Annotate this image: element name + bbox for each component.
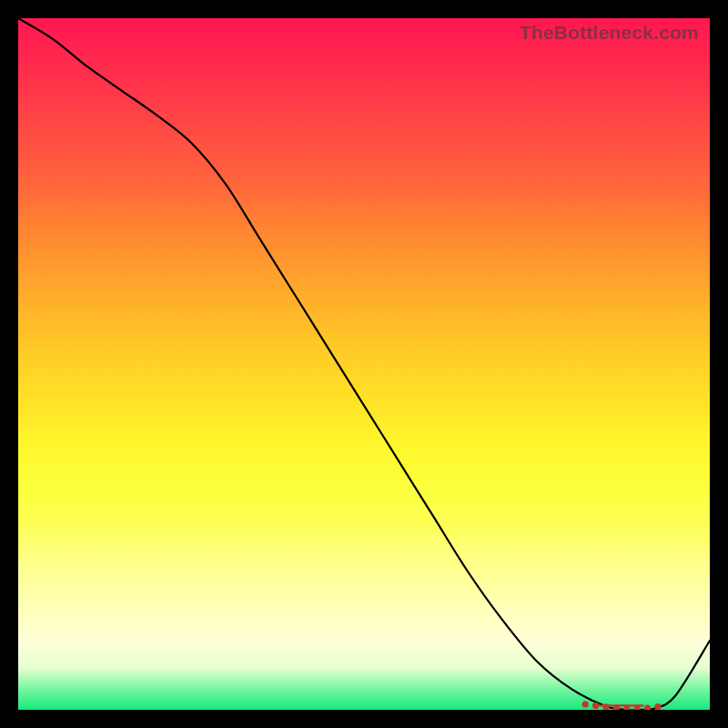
svg-point-7 — [644, 705, 651, 711]
svg-point-8 — [654, 703, 661, 710]
chart-plot-area: TheBottleneck.com — [18, 18, 710, 710]
svg-point-1 — [582, 701, 589, 707]
svg-point-2 — [592, 703, 599, 709]
curve-line — [18, 18, 710, 710]
chart-svg — [18, 18, 710, 710]
chart-frame: TheBottleneck.com — [0, 0, 728, 728]
